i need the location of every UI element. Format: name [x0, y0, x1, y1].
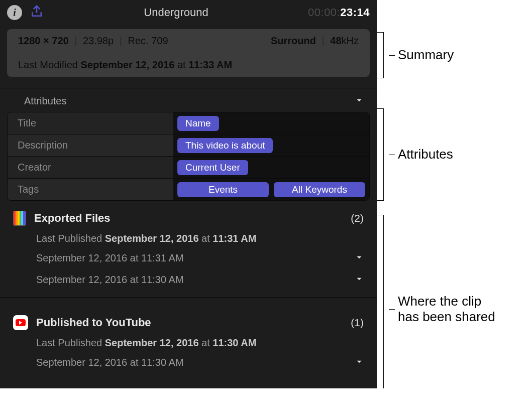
attribute-value[interactable]: This video is about — [173, 134, 369, 156]
summary-audio-mode: Surround — [271, 35, 316, 46]
attribute-label: Description — [8, 134, 173, 156]
attribute-token[interactable]: Name — [177, 116, 219, 131]
timecode-seconds: 23:14 — [340, 6, 370, 19]
chevron-down-icon — [355, 96, 364, 107]
attribute-row: TitleName — [8, 112, 369, 134]
attributes-header-label: Attributes — [24, 95, 66, 107]
summary-box: 1280 × 720 | 23.98p | Rec. 709 Surround … — [7, 29, 370, 77]
attribute-row: TagsEventsAll Keywords — [8, 179, 369, 200]
share-section: Published to YouTube(1)Last Published Se… — [0, 305, 377, 373]
summary-audio-unit: kHz — [342, 35, 359, 46]
share-item[interactable]: September 12, 2016 at 11:31 AM — [13, 247, 364, 269]
clip-title: Underground — [44, 6, 308, 19]
share-header[interactable]: Published to YouTube(1) — [13, 311, 364, 334]
chevron-down-icon — [355, 253, 364, 264]
share-item-date: September 12, 2016 at 11:31 AM — [36, 252, 184, 264]
timecode-hours: 00:00: — [308, 6, 340, 19]
summary-audio-rate: 48 — [330, 35, 341, 46]
attribute-value[interactable]: EventsAll Keywords — [173, 179, 369, 200]
summary-resolution: 1280 × 720 — [18, 35, 69, 46]
summary-modified-row: Last Modified September 12, 2016 at 11:3… — [7, 53, 370, 77]
share-item-date: September 12, 2016 at 11:30 AM — [36, 274, 184, 286]
chevron-down-icon — [355, 274, 364, 286]
attributes-table: TitleNameDescriptionThis video is aboutC… — [7, 112, 370, 201]
attribute-label: Tags — [8, 179, 173, 200]
exported-files-icon — [13, 211, 26, 226]
attribute-value[interactable]: Name — [173, 112, 369, 134]
share-item-date: September 12, 2016 at 11:30 AM — [36, 357, 184, 368]
share-item[interactable]: September 12, 2016 at 11:30 AM — [13, 352, 364, 373]
chevron-down-icon — [355, 357, 364, 368]
timecode: 00:00:23:14 — [308, 6, 370, 19]
attribute-token[interactable]: Current User — [177, 160, 248, 175]
summary-modified-date: September 12, 2016 — [81, 59, 175, 70]
annotation-attributes: Attributes — [395, 147, 453, 162]
summary-modified-at: at — [177, 59, 186, 70]
share-item[interactable]: September 12, 2016 at 11:30 AM — [13, 269, 364, 291]
share-count: (2) — [351, 212, 364, 224]
summary-format-row: 1280 × 720 | 23.98p | Rec. 709 Surround … — [7, 29, 370, 53]
attribute-label: Creator — [8, 157, 173, 178]
attribute-row: CreatorCurrent User — [8, 157, 369, 179]
divider — [0, 298, 377, 298]
summary-colorspace: Rec. 709 — [128, 35, 168, 46]
info-icon[interactable]: i — [7, 5, 22, 20]
annotation-summary: Summary — [395, 47, 454, 63]
attribute-label: Title — [8, 112, 173, 134]
summary-modified-time: 11:33 AM — [188, 59, 232, 70]
share-count: (1) — [351, 317, 364, 329]
share-section: Exported Files(2)Last Published Septembe… — [0, 201, 377, 291]
summary-framerate: 23.98p — [83, 35, 114, 46]
attributes-header[interactable]: Attributes — [0, 88, 377, 112]
share-name: Exported Files — [34, 212, 343, 225]
summary-modified-prefix: Last Modified — [18, 59, 78, 70]
inspector-panel: i Underground 00:00:23:14 1280 × 720 | 2… — [0, 0, 377, 388]
attribute-value[interactable]: Current User — [173, 157, 369, 178]
attribute-token[interactable]: Events — [177, 182, 269, 197]
share-name: Published to YouTube — [36, 316, 343, 329]
share-last-published: Last Published September 12, 2016 at 11:… — [13, 230, 364, 247]
attribute-token[interactable]: This video is about — [177, 138, 273, 153]
share-icon[interactable] — [29, 4, 44, 21]
annotation-shared: Where the clip has been shared — [395, 294, 505, 325]
attribute-row: DescriptionThis video is about — [8, 134, 369, 157]
attribute-token[interactable]: All Keywords — [274, 182, 365, 197]
share-last-published: Last Published September 12, 2016 at 11:… — [13, 334, 364, 352]
titlebar: i Underground 00:00:23:14 — [0, 0, 377, 26]
youtube-icon — [13, 315, 28, 330]
share-header[interactable]: Exported Files(2) — [13, 207, 364, 230]
